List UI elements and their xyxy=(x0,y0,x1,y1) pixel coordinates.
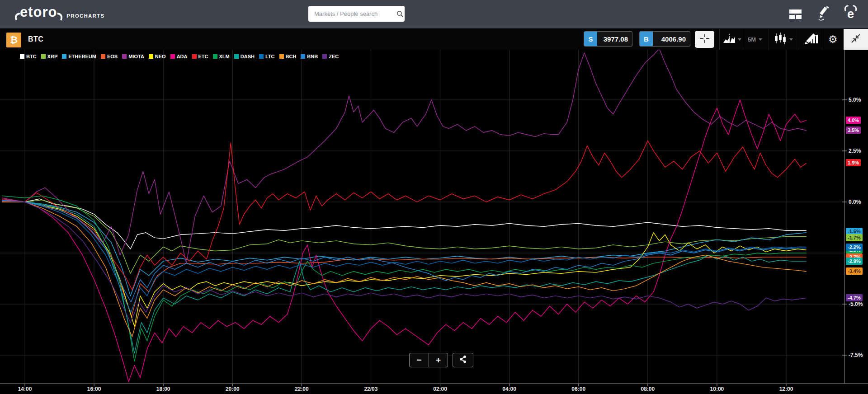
x-axis-label: 22:00 xyxy=(295,386,309,392)
price-badge: -4.7% xyxy=(846,294,863,301)
series-line-xrp xyxy=(2,200,807,274)
x-axis-label: 08:00 xyxy=(641,386,655,392)
legend-label: NEO xyxy=(155,54,166,59)
price-badge: 1.9% xyxy=(846,159,861,166)
legend-label: BTC xyxy=(26,54,37,59)
legend-item-ada[interactable]: ADA xyxy=(170,54,188,59)
legend-item-xrp[interactable]: XRP xyxy=(41,54,58,59)
x-axis-label: 10:00 xyxy=(710,386,724,392)
legend-item-eos[interactable]: EOS xyxy=(101,54,118,59)
legend-item-miota[interactable]: MIOTA xyxy=(122,54,144,59)
x-axis-label: 20:00 xyxy=(226,386,240,392)
chart-legend: BTCXRPETHEREUMEOSMIOTANEOADAETCXLMDASHLT… xyxy=(20,54,339,59)
legend-item-btc[interactable]: BTC xyxy=(20,54,37,59)
legend-swatch xyxy=(234,54,239,59)
zoom-out-button[interactable]: − xyxy=(409,353,429,367)
x-axis-label: 14:00 xyxy=(18,386,32,392)
x-axis-label: 22/03 xyxy=(364,386,377,392)
legend-item-etc[interactable]: ETC xyxy=(192,54,208,59)
price-badge: -3.4% xyxy=(846,267,863,275)
legend-label: LTC xyxy=(265,54,275,59)
legend-item-ethereum[interactable]: ETHEREUM xyxy=(62,54,96,59)
series-line-bnb xyxy=(2,200,807,302)
legend-swatch xyxy=(192,54,197,59)
y-axis-label: -7.5% xyxy=(849,352,863,358)
zoom-in-button[interactable]: + xyxy=(429,353,448,367)
y-axis-label: -5.0% xyxy=(849,301,863,307)
y-axis-label: 2.5% xyxy=(849,148,861,154)
price-badge: -2.9% xyxy=(846,258,863,265)
series-line-etc xyxy=(2,141,807,290)
legend-swatch xyxy=(101,54,105,59)
legend-item-neo[interactable]: NEO xyxy=(149,54,166,59)
legend-swatch xyxy=(279,54,284,59)
legend-swatch xyxy=(62,54,66,59)
series-line-ada xyxy=(2,100,807,382)
legend-item-bch[interactable]: BCH xyxy=(279,54,297,59)
legend-label: BNB xyxy=(307,54,318,59)
legend-label: ADA xyxy=(177,54,188,59)
legend-label: ZEC xyxy=(329,54,339,59)
x-axis-label: 18:00 xyxy=(156,386,170,392)
legend-swatch xyxy=(301,54,305,59)
share-button[interactable] xyxy=(453,353,473,367)
legend-swatch xyxy=(41,54,46,59)
x-axis-label: 02:00 xyxy=(433,386,447,392)
legend-label: ETC xyxy=(198,54,208,59)
legend-label: XRP xyxy=(47,54,58,59)
x-axis-label: 16:00 xyxy=(87,386,101,392)
legend-label: BCH xyxy=(286,54,297,59)
price-badge: -2.2% xyxy=(846,244,863,251)
price-badge: -1.7% xyxy=(846,234,863,241)
legend-item-ltc[interactable]: LTC xyxy=(259,54,275,59)
price-badge: 4.0% xyxy=(846,117,861,124)
legend-label: XLM xyxy=(219,54,230,59)
series-line-miota xyxy=(2,49,807,263)
y-axis-label: 5.0% xyxy=(849,97,861,103)
legend-label: DASH xyxy=(241,54,255,59)
series-line-btc xyxy=(2,199,807,249)
legend-item-bnb[interactable]: BNB xyxy=(301,54,318,59)
legend-label: EOS xyxy=(107,54,118,59)
legend-item-zec[interactable]: ZEC xyxy=(322,54,339,59)
share-icon xyxy=(459,355,467,366)
legend-swatch xyxy=(322,54,327,59)
legend-swatch xyxy=(170,54,175,59)
legend-label: ETHEREUM xyxy=(68,54,96,59)
legend-item-dash[interactable]: DASH xyxy=(234,54,255,59)
legend-item-xlm[interactable]: XLM xyxy=(213,54,230,59)
price-badge: 3.5% xyxy=(846,127,861,134)
series-line-xlm xyxy=(2,196,807,361)
legend-swatch xyxy=(149,54,153,59)
x-axis-label: 06:00 xyxy=(571,386,585,392)
legend-label: MIOTA xyxy=(128,54,144,59)
legend-swatch xyxy=(122,54,127,59)
legend-swatch xyxy=(20,54,24,59)
series-line-dash xyxy=(2,200,807,353)
y-axis-label: 0.0% xyxy=(849,199,861,205)
x-axis-label: 04:00 xyxy=(502,386,516,392)
legend-swatch xyxy=(259,54,264,59)
x-axis-label: 12:00 xyxy=(779,386,793,392)
legend-swatch xyxy=(213,54,217,59)
